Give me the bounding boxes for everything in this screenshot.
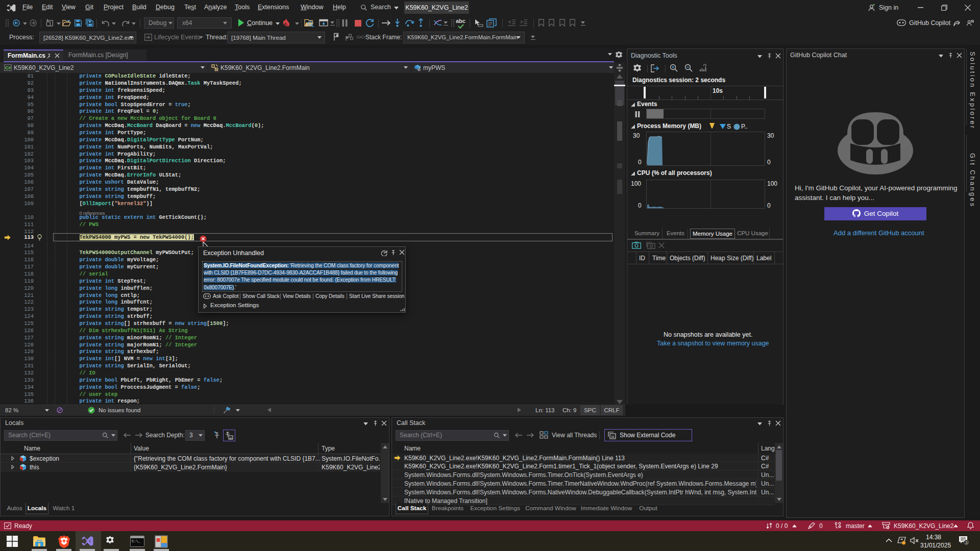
svg-text:3: 3 (965, 540, 968, 545)
svg-text:ab: ab (229, 437, 233, 440)
svg-text:C:\_: C:\_ (132, 539, 141, 543)
svg-text:C#: C# (5, 65, 11, 70)
